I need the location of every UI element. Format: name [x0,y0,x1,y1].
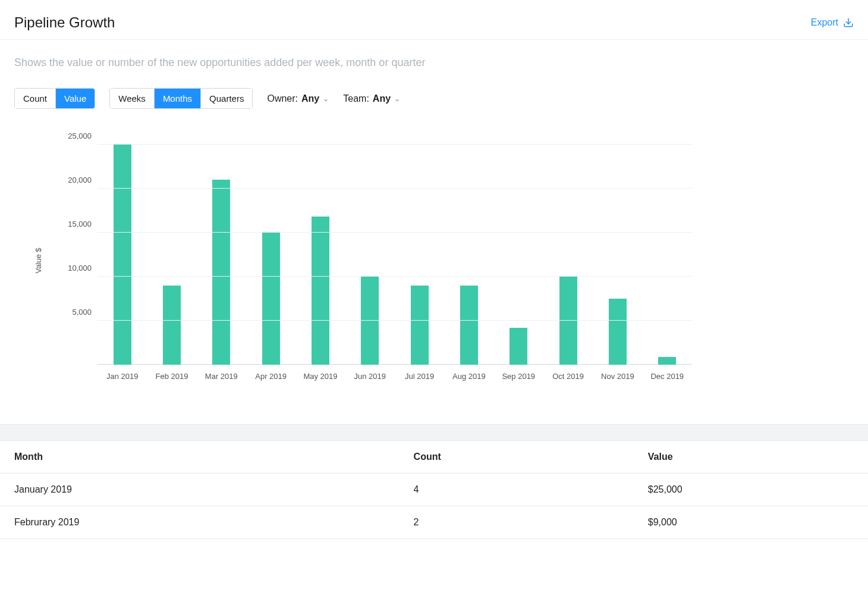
chart-bar[interactable] [411,286,429,365]
chart-xlabel: Aug 2019 [452,372,486,381]
chart-gridline [98,144,692,145]
chart-gridline [98,188,692,189]
chart-bar-slot: Mar 2019 [197,145,246,365]
chart-ytick-label: 25,000 [68,131,98,140]
table-cell-month: January 2019 [0,474,400,506]
owner-value: Any [301,93,319,104]
chart-bar-slot: Jul 2019 [395,145,444,365]
controls-row: Count Value Weeks Months Quarters Owner:… [14,88,854,109]
chart-xlabel: Sep 2019 [502,372,535,381]
table-row[interactable]: Februrary 20192$9,000 [0,506,868,539]
period-segmented-control: Weeks Months Quarters [109,88,253,109]
chart-xlabel: Oct 2019 [552,372,584,381]
table-cell-month: Februrary 2019 [0,506,400,539]
period-months-button[interactable]: Months [154,89,200,108]
chart-ytick-label: 15,000 [68,220,98,228]
table-header-row: Month Count Value [0,441,868,474]
download-icon [843,17,854,28]
metric-value-button[interactable]: Value [55,89,95,108]
period-quarters-button[interactable]: Quarters [200,89,252,108]
chart-ytick-label: 10,000 [68,264,98,272]
chart-bar-slot: May 2019 [295,145,345,365]
chart-bar[interactable] [658,357,676,365]
table-section: Month Count Value January 20194$25,000Fe… [0,424,868,539]
table-cell-count: 4 [400,474,634,506]
chevron-down-icon: ⌄ [394,95,400,103]
chart-ytick-label: 5,000 [72,308,98,317]
period-weeks-button[interactable]: Weeks [110,89,154,108]
table-cell-count: 2 [400,506,634,539]
chart-xlabel: Nov 2019 [601,372,634,381]
chart-gridline [98,232,692,233]
chart-bar-slot: Aug 2019 [444,145,493,365]
chart-bar[interactable] [510,328,527,365]
metric-count-button[interactable]: Count [15,89,55,108]
export-button[interactable]: Export [811,17,854,28]
chart-container: Value $ Jan 2019Feb 2019Mar 2019Apr 2019… [0,133,868,424]
chart-bar-slot: Dec 2019 [643,145,692,365]
chart-bar[interactable] [212,180,230,365]
team-value: Any [373,93,391,104]
chart-xlabel: Dec 2019 [650,372,684,381]
chart-plot-area: Jan 2019Feb 2019Mar 2019Apr 2019May 2019… [98,145,692,365]
report-description: Shows the value or number of the new opp… [14,57,854,69]
team-dropdown[interactable]: Team: Any ⌄ [343,93,400,104]
bar-chart: Value $ Jan 2019Feb 2019Mar 2019Apr 2019… [50,133,692,388]
chart-bar-slot: Jan 2019 [98,145,147,365]
page-title: Pipeline Growth [14,14,115,31]
chart-xlabel: Apr 2019 [255,372,287,381]
chart-bar-slot: Sep 2019 [494,145,543,365]
chart-xlabel: May 2019 [303,372,337,381]
chart-ylabel: Value $ [34,247,43,273]
metric-segmented-control: Count Value [14,88,95,109]
chart-bar[interactable] [262,233,280,365]
chart-bar[interactable] [163,286,181,365]
owner-label: Owner: [267,93,298,104]
chart-bar-slot: Apr 2019 [246,145,295,365]
table-divider [0,424,868,441]
chart-bar-slot: Feb 2019 [147,145,196,365]
content-area: Shows the value or number of the new opp… [0,40,868,109]
chart-bar-slot: Oct 2019 [543,145,593,365]
chart-bar[interactable] [609,299,627,365]
chart-bar[interactable] [460,286,478,365]
data-table: Month Count Value January 20194$25,000Fe… [0,441,868,539]
chart-bar-slot: Nov 2019 [593,145,642,365]
page-header: Pipeline Growth Export [0,0,868,40]
chart-bar[interactable] [361,277,379,365]
table-cell-value: $25,000 [634,474,868,506]
chart-xlabel: Jun 2019 [354,372,386,381]
chart-xlabel: Jul 2019 [405,372,434,381]
chart-xlabel: Mar 2019 [205,372,238,381]
chevron-down-icon: ⌄ [323,95,329,103]
owner-dropdown[interactable]: Owner: Any ⌄ [267,93,329,104]
team-label: Team: [343,93,369,104]
chart-bar[interactable] [312,217,329,365]
chart-xlabel: Jan 2019 [106,372,139,381]
export-label: Export [811,17,838,28]
table-row[interactable]: January 20194$25,000 [0,474,868,506]
chart-gridline [98,320,692,321]
chart-bar[interactable] [114,145,131,365]
chart-bar-slot: Jun 2019 [345,145,395,365]
chart-bars-group: Jan 2019Feb 2019Mar 2019Apr 2019May 2019… [98,145,692,365]
chart-ytick-label: 20,000 [68,176,98,184]
chart-gridline [98,276,692,277]
table-header-count: Count [400,441,634,474]
table-header-month: Month [0,441,400,474]
chart-bar[interactable] [559,277,577,365]
chart-xlabel: Feb 2019 [156,372,188,381]
table-cell-value: $9,000 [634,506,868,539]
table-header-value: Value [634,441,868,474]
